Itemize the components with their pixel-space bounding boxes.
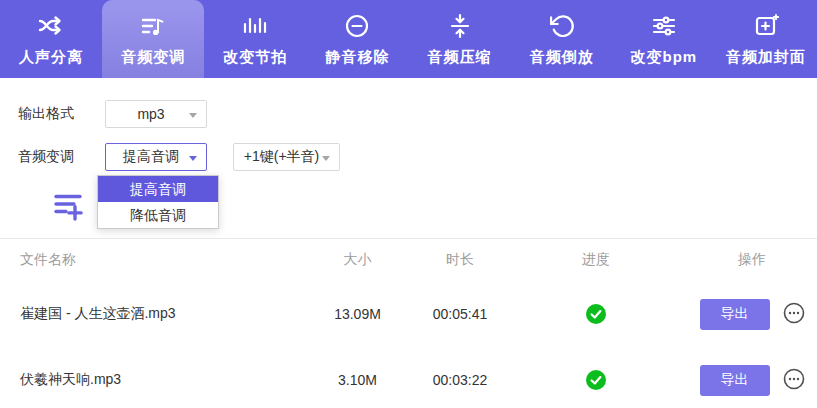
table-row: 伏羲神天响.mp3 3.10M 00:03:22 导出 — [0, 347, 817, 408]
ellipsis-circle-icon — [783, 368, 805, 393]
tab-silence-removal[interactable]: 静音移除 — [306, 0, 408, 78]
export-button[interactable]: 导出 — [700, 299, 770, 330]
pitch-label: 音频变调 — [18, 148, 105, 166]
header-progress: 进度 — [505, 251, 687, 269]
pitch-direction-select[interactable]: 提高音调 — [105, 143, 207, 171]
file-table: 文件名称 大小 时长 进度 操作 崔建国 - 人生这壶酒.mp3 13.09M … — [0, 239, 817, 408]
toolbar-tabs: 人声分离 音频变调 — [0, 0, 817, 78]
file-duration: 00:05:41 — [415, 306, 505, 322]
rotate-ccw-icon — [547, 11, 577, 41]
minus-circle-icon — [342, 11, 372, 41]
check-circle-icon — [586, 304, 606, 324]
table-header-row: 文件名称 大小 时长 进度 操作 — [0, 239, 817, 281]
sliders-icon — [649, 11, 679, 41]
pitch-amount-value: +1键(+半音) — [244, 148, 329, 166]
menu-option-raise-pitch[interactable]: 提高音调 — [98, 176, 218, 202]
output-format-value: mp3 — [137, 106, 174, 122]
add-files-icon — [52, 190, 86, 228]
export-button[interactable]: 导出 — [700, 365, 770, 396]
pitch-direction-value: 提高音调 — [123, 148, 189, 166]
table-row: 崔建国 - 人生这壶酒.mp3 13.09M 00:05:41 导出 — [0, 281, 817, 347]
tab-label: 改变节拍 — [223, 48, 287, 67]
equalizer-bars-icon — [240, 11, 270, 41]
progress-cell — [505, 304, 687, 324]
header-duration: 时长 — [415, 251, 505, 269]
more-options-button[interactable] — [783, 303, 805, 325]
file-size: 13.09M — [300, 306, 415, 322]
pitch-amount-select[interactable]: +1键(+半音) — [233, 143, 340, 171]
output-format-row: 输出格式 mp3 — [18, 100, 207, 128]
add-files-button[interactable] — [52, 192, 86, 226]
chevron-down-icon — [189, 113, 197, 118]
header-size: 大小 — [300, 251, 415, 269]
header-file-name: 文件名称 — [0, 251, 300, 269]
more-options-button[interactable] — [783, 369, 805, 391]
tab-label: 静音移除 — [325, 48, 389, 67]
music-note-list-icon — [138, 11, 168, 41]
add-cover-icon — [751, 11, 781, 41]
tab-label: 音频变调 — [121, 48, 185, 67]
chevron-down-icon — [322, 156, 330, 161]
file-size: 3.10M — [300, 372, 415, 388]
action-cell: 导出 — [687, 299, 817, 330]
pitch-direction-menu: 提高音调 降低音调 — [97, 175, 219, 229]
tab-audio-pitch[interactable]: 音频变调 — [102, 0, 204, 78]
file-name: 崔建国 - 人生这壶酒.mp3 — [0, 305, 300, 323]
tab-add-cover[interactable]: 音频加封面 — [715, 0, 817, 78]
tab-audio-reverse[interactable]: 音频倒放 — [511, 0, 613, 78]
output-format-label: 输出格式 — [18, 105, 105, 123]
menu-option-lower-pitch[interactable]: 降低音调 — [98, 202, 218, 228]
file-duration: 00:03:22 — [415, 372, 505, 388]
pitch-row: 音频变调 提高音调 +1键(+半音) — [18, 143, 340, 171]
ellipsis-circle-icon — [783, 302, 805, 327]
tab-label: 音频压缩 — [428, 48, 492, 67]
progress-cell — [505, 370, 687, 390]
audio-tool-app: 人声分离 音频变调 — [0, 0, 817, 408]
shuffle-icon — [36, 11, 66, 41]
tab-change-tempo[interactable]: 改变节拍 — [204, 0, 306, 78]
tab-label: 音频加封面 — [726, 48, 806, 67]
output-format-select[interactable]: mp3 — [105, 100, 207, 128]
tab-label: 人声分离 — [19, 48, 83, 67]
action-cell: 导出 — [687, 365, 817, 396]
header-action: 操作 — [687, 251, 817, 269]
compress-icon — [445, 11, 475, 41]
tab-vocal-separation[interactable]: 人声分离 — [0, 0, 102, 78]
chevron-down-icon — [189, 156, 197, 161]
tab-audio-compress[interactable]: 音频压缩 — [409, 0, 511, 78]
file-name: 伏羲神天响.mp3 — [0, 371, 300, 389]
check-circle-icon — [586, 370, 606, 390]
tab-label: 改变bpm — [630, 48, 697, 67]
tab-label: 音频倒放 — [530, 48, 594, 67]
tab-change-bpm[interactable]: 改变bpm — [613, 0, 715, 78]
